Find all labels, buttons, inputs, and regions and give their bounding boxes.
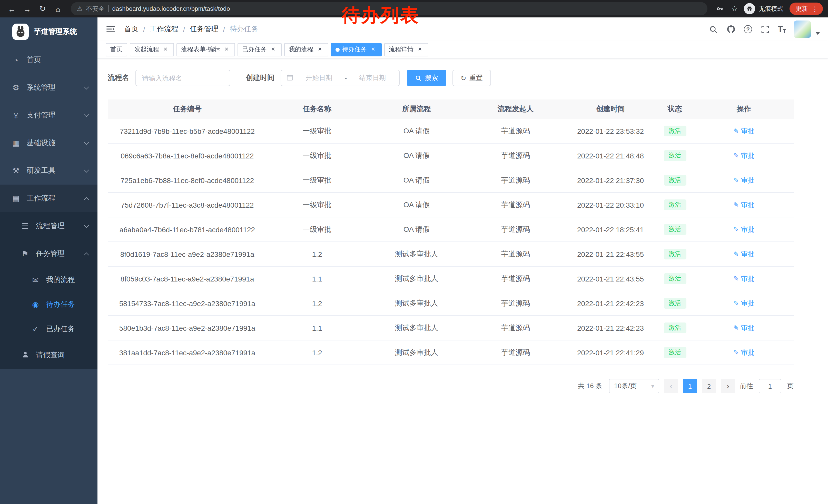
- task-name-cell: 一级审批: [267, 225, 367, 234]
- sidebar-logo-row[interactable]: 芋道管理系统: [0, 17, 97, 46]
- not-secure-icon: ⚠: [77, 5, 83, 12]
- sidebar-item-workflow[interactable]: ▤ 工作流程: [0, 185, 97, 212]
- tab[interactable]: 首页 ×: [106, 43, 127, 56]
- sidebar-item-my-process[interactable]: ✉ 我的流程: [0, 268, 97, 292]
- bookmark-star-icon[interactable]: ☆: [731, 5, 738, 13]
- table-row: 73211d9d-7b9b-11ec-b5b7-acde48001122 一级审…: [108, 119, 794, 144]
- sidebar-item-payment[interactable]: ¥ 支付管理: [0, 101, 97, 129]
- breadcrumb-item[interactable]: 任务管理: [190, 25, 218, 34]
- close-icon[interactable]: ×: [223, 46, 230, 53]
- breadcrumb-item[interactable]: 首页: [124, 25, 138, 34]
- initiator-cell: 芋道源码: [466, 299, 565, 308]
- sidebar-item-done-tasks[interactable]: ✓ 已办任务: [0, 317, 97, 341]
- reload-icon[interactable]: ↻: [36, 2, 49, 15]
- approve-link[interactable]: ✎ 审批: [733, 348, 754, 357]
- page-button-1[interactable]: 1: [683, 379, 697, 393]
- approve-link[interactable]: ✎ 审批: [733, 200, 754, 210]
- column-header: 所属流程: [367, 104, 466, 114]
- total-count: 共 16 条: [578, 381, 602, 391]
- process-name-input[interactable]: [135, 70, 230, 86]
- edit-icon: ✎: [733, 127, 739, 135]
- font-size-icon[interactable]: TT: [778, 25, 786, 34]
- tab[interactable]: 待办任务 ×: [331, 43, 382, 56]
- tab[interactable]: 我的流程 ×: [284, 43, 328, 56]
- close-icon[interactable]: ×: [316, 46, 324, 53]
- task-id-cell: 580e1b3d-7ac8-11ec-a9e2-a2380e71991a: [108, 324, 267, 332]
- column-header: 操作: [694, 104, 794, 114]
- tab[interactable]: 已办任务 ×: [238, 43, 282, 56]
- sidebar-item-home[interactable]: ◔ 首页: [0, 46, 97, 74]
- approve-link[interactable]: ✎ 审批: [733, 323, 754, 332]
- next-page-button[interactable]: ›: [721, 379, 735, 393]
- table-row: 580e1b3d-7ac8-11ec-a9e2-a2380e71991a 1.1…: [108, 316, 794, 340]
- page-size-select[interactable]: 10条/页 ▾: [609, 379, 659, 393]
- approve-link[interactable]: ✎ 审批: [733, 126, 754, 136]
- status-cell: 激活: [656, 199, 694, 210]
- list-icon: ☰: [20, 222, 30, 231]
- screen: 待办列表 ← → ↻ ⌂ ⚠ 不安全 dashboard.yudao.iocod…: [0, 0, 828, 504]
- update-button[interactable]: 更新 ⋮: [790, 3, 823, 15]
- tab[interactable]: 发起流程 ×: [130, 43, 174, 56]
- refresh-icon: ↻: [461, 74, 466, 82]
- approve-link[interactable]: ✎ 审批: [733, 151, 754, 160]
- sidebar-item-process-management[interactable]: ☰ 流程管理: [0, 212, 97, 240]
- forward-icon[interactable]: →: [20, 2, 34, 15]
- approve-link[interactable]: ✎ 审批: [733, 274, 754, 283]
- process-name-label: 流程名: [108, 73, 129, 83]
- approve-label: 审批: [741, 348, 754, 357]
- collapse-sidebar-icon[interactable]: [106, 24, 117, 35]
- fullscreen-icon[interactable]: [760, 24, 770, 34]
- sidebar-item-label: 我的流程: [46, 275, 88, 284]
- back-icon[interactable]: ←: [5, 2, 18, 15]
- reset-button[interactable]: ↻ 重置: [452, 70, 491, 86]
- initiator-cell: 芋道源码: [466, 151, 565, 160]
- approve-link[interactable]: ✎ 审批: [733, 299, 754, 308]
- approve-link[interactable]: ✎ 审批: [733, 225, 754, 234]
- breadcrumb-item-current: 待办任务: [230, 25, 258, 34]
- tab[interactable]: 流程详情 ×: [384, 43, 428, 56]
- sidebar-item-todo-tasks[interactable]: ◉ 待办任务: [0, 292, 97, 317]
- sidebar-item-label: 支付管理: [27, 111, 85, 120]
- search-button[interactable]: 搜索: [407, 70, 446, 86]
- prev-page-button[interactable]: ‹: [664, 379, 678, 393]
- key-icon[interactable]: [715, 4, 725, 14]
- clipboard-icon: ▤: [11, 194, 20, 203]
- help-icon[interactable]: ?: [744, 25, 752, 33]
- calendar-icon: [286, 74, 293, 82]
- action-cell: ✎ 审批: [694, 323, 794, 332]
- sidebar-item-infrastructure[interactable]: ▦ 基础设施: [0, 129, 97, 157]
- app-logo: [12, 24, 29, 40]
- close-icon[interactable]: ×: [416, 46, 424, 53]
- avatar[interactable]: [794, 20, 811, 38]
- pagination: 共 16 条 10条/页 ▾ ‹ 1 2 › 前往 页: [108, 379, 794, 393]
- update-label: 更新: [796, 4, 808, 13]
- task-id-cell: 381aa1dd-7ac8-11ec-a9e2-a2380e71991a: [108, 349, 267, 357]
- page-button-2[interactable]: 2: [702, 379, 716, 393]
- sidebar-item-devtools[interactable]: ⚒ 研发工具: [0, 157, 97, 185]
- date-range-picker[interactable]: 开始日期 - 结束日期: [281, 70, 400, 86]
- approve-link[interactable]: ✎ 审批: [733, 249, 754, 259]
- chevron-up-icon: [84, 197, 89, 202]
- close-icon[interactable]: ×: [369, 46, 377, 53]
- tab[interactable]: 流程表单-编辑 ×: [176, 43, 235, 56]
- sidebar-item-system[interactable]: ⚙ 系统管理: [0, 74, 97, 101]
- task-id-cell: a6aba0a4-7b6d-11ec-b781-acde48001122: [108, 225, 267, 234]
- status-cell: 激活: [656, 150, 694, 161]
- close-icon[interactable]: ×: [162, 46, 169, 53]
- search-icon[interactable]: [708, 24, 718, 34]
- github-icon[interactable]: [726, 24, 736, 34]
- sidebar-item-label: 研发工具: [27, 166, 85, 175]
- home-icon[interactable]: ⌂: [51, 2, 65, 15]
- sidebar-item-task-management[interactable]: ⚑ 任务管理: [0, 240, 97, 268]
- close-icon[interactable]: ×: [269, 46, 277, 53]
- start-date-placeholder: 开始日期: [297, 73, 341, 83]
- browser-menu-icon[interactable]: ⋮: [812, 5, 818, 12]
- breadcrumb-item[interactable]: 工作流程: [150, 25, 178, 34]
- task-id-cell: 725a1eb6-7b88-11ec-8ef0-acde48001122: [108, 176, 267, 184]
- tab-label: 已办任务: [242, 45, 267, 54]
- goto-page-input[interactable]: [759, 379, 781, 393]
- sidebar-item-leave-query[interactable]: 请假查询: [0, 341, 97, 369]
- header-actions: ? TT: [708, 20, 820, 38]
- avatar-caret-icon[interactable]: [816, 32, 820, 35]
- approve-link[interactable]: ✎ 审批: [733, 176, 754, 185]
